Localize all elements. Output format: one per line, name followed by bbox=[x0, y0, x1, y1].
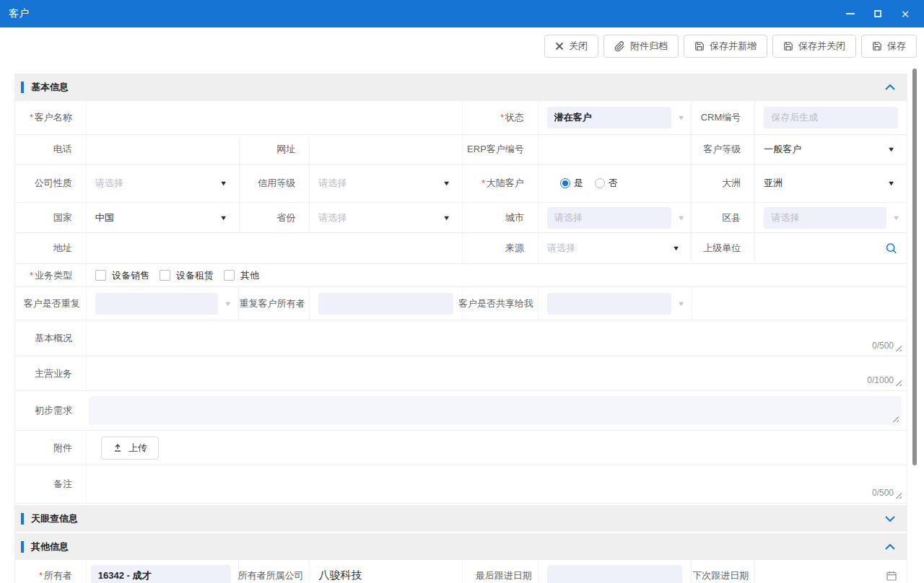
chevron-down-icon[interactable] bbox=[885, 516, 895, 522]
address-input[interactable] bbox=[95, 233, 462, 263]
form-row: 附件 上传 bbox=[15, 431, 907, 465]
country-label: 国家 bbox=[53, 211, 72, 224]
save-button[interactable]: 保存 bbox=[861, 35, 917, 58]
chevron-down-icon: ▼ bbox=[892, 214, 900, 222]
section-accent-bar bbox=[21, 82, 24, 93]
save-and-new-button[interactable]: 保存并新增 bbox=[684, 35, 767, 58]
parent-unit-label: 上级单位 bbox=[703, 242, 741, 255]
chevron-down-icon: ▼ bbox=[443, 214, 450, 222]
company-nature-label: 公司性质 bbox=[35, 177, 72, 190]
district-select[interactable]: 请选择 ▼ bbox=[764, 207, 899, 229]
next-follow-date-input[interactable] bbox=[764, 560, 881, 583]
overview-textarea[interactable]: 0/500 bbox=[86, 320, 907, 356]
section-header-tianyancha-info[interactable]: 天眼查信息 bbox=[15, 505, 907, 532]
save-and-close-button[interactable]: 保存并关闭 bbox=[772, 35, 856, 58]
resize-handle[interactable] bbox=[894, 344, 902, 351]
website-input[interactable] bbox=[318, 135, 462, 164]
section-header-other-info[interactable]: 其他信息 bbox=[15, 533, 907, 560]
form-row: 备注 0/500 bbox=[15, 465, 907, 504]
main-business-textarea[interactable]: 0/1000 bbox=[86, 356, 907, 390]
source-label: 来源 bbox=[505, 242, 524, 255]
titlebar: 客户 ✕ bbox=[0, 0, 924, 27]
duplicate-owner-label: 重复客户所有者 bbox=[239, 297, 305, 310]
chevron-down-icon: ▼ bbox=[219, 180, 227, 187]
form-row: 公司性质 请选择 ▼ 信用等级 请选择 ▼ 大陆客户 是 否 大洲 亚洲 ▼ bbox=[15, 165, 907, 203]
chevron-down-icon: ▼ bbox=[443, 180, 450, 187]
phone-input[interactable] bbox=[95, 135, 239, 164]
credit-level-label: 信用等级 bbox=[258, 177, 295, 190]
parent-unit-input[interactable] bbox=[764, 233, 881, 263]
form-row: 电话 网址 ERP客户编号 客户等级 一般客户 ▼ bbox=[15, 135, 907, 165]
main-business-label: 主营业务 bbox=[35, 367, 72, 380]
char-counter: 0/500 bbox=[872, 341, 894, 351]
paperclip-icon bbox=[614, 41, 625, 52]
customer-name-label: 客户名称 bbox=[30, 111, 72, 124]
phone-label: 电话 bbox=[53, 143, 72, 156]
credit-level-select[interactable]: 请选择 ▼ bbox=[318, 177, 462, 190]
calendar-icon[interactable] bbox=[886, 570, 897, 582]
attachment-archive-button[interactable]: 附件归档 bbox=[603, 35, 679, 58]
maximize-icon[interactable] bbox=[872, 8, 884, 19]
chevron-down-icon: ▼ bbox=[676, 114, 684, 121]
source-select[interactable]: 请选择 ▼ bbox=[547, 242, 692, 255]
duplicate-select: ▼ bbox=[95, 293, 232, 315]
remark-label: 备注 bbox=[53, 478, 72, 491]
status-select[interactable]: 潜在客户 ▼ bbox=[547, 107, 684, 128]
shared-to-me-select: ▼ bbox=[547, 293, 684, 315]
district-label: 区县 bbox=[722, 211, 741, 224]
initial-demand-label: 初步需求 bbox=[35, 404, 72, 417]
radio-yes[interactable]: 是 bbox=[560, 177, 583, 190]
chevron-up-icon[interactable] bbox=[885, 544, 895, 550]
continent-select[interactable]: 亚洲 ▼ bbox=[764, 177, 907, 190]
duplicate-owner-field bbox=[318, 293, 453, 315]
checkbox-equipment-rental[interactable]: 设备租赁 bbox=[160, 269, 214, 282]
city-select[interactable]: 请选择 ▼ bbox=[547, 207, 684, 229]
window-controls: ✕ bbox=[845, 8, 915, 19]
initial-demand-textarea[interactable] bbox=[89, 396, 902, 425]
empty-cell bbox=[692, 287, 907, 320]
section-header-basic-info[interactable]: 基本信息 bbox=[15, 74, 907, 101]
country-select[interactable]: 中国 ▼ bbox=[95, 211, 239, 224]
search-icon[interactable] bbox=[885, 242, 897, 255]
customer-level-label: 客户等级 bbox=[703, 143, 741, 156]
remark-textarea[interactable]: 0/500 bbox=[86, 465, 907, 503]
checkbox-other[interactable]: 其他 bbox=[224, 269, 259, 282]
section-title: 基本信息 bbox=[31, 81, 69, 94]
close-button[interactable]: 关闭 bbox=[544, 35, 598, 58]
customer-level-select[interactable]: 一般客户 ▼ bbox=[764, 143, 907, 156]
checkbox-equipment-sales[interactable]: 设备销售 bbox=[95, 269, 149, 282]
toolbar: 关闭 附件归档 保存并新增 保存并关闭 保存 bbox=[544, 35, 917, 58]
form-row: 客户名称 状态 潜在客户 ▼ CRM编号 保存后生成 bbox=[15, 101, 907, 135]
mainland-radio-group: 是 否 bbox=[560, 177, 618, 190]
status-label: 状态 bbox=[500, 111, 524, 124]
mainland-label: 大陆客户 bbox=[481, 177, 524, 190]
customer-form: 基本信息 客户名称 状态 潜在客户 ▼ CRM编号 保存后生成 电话 网址 ER… bbox=[14, 74, 907, 583]
resize-handle[interactable] bbox=[892, 415, 899, 422]
company-nature-select[interactable]: 请选择 ▼ bbox=[95, 177, 239, 190]
owner-field[interactable]: 16342 - 成才 bbox=[91, 565, 232, 583]
city-label: 城市 bbox=[505, 211, 524, 224]
form-row: 主营业务 0/1000 bbox=[15, 356, 907, 391]
close-window-icon[interactable]: ✕ bbox=[899, 8, 911, 19]
erp-no-input[interactable] bbox=[547, 135, 692, 164]
resize-handle[interactable] bbox=[894, 491, 902, 499]
customer-name-input[interactable] bbox=[95, 101, 462, 134]
chevron-down-icon: ▼ bbox=[219, 214, 227, 222]
attachment-label: 附件 bbox=[53, 442, 72, 455]
vertical-scrollbar[interactable] bbox=[912, 69, 917, 465]
erp-no-label: ERP客户编号 bbox=[467, 143, 524, 156]
minimize-icon[interactable] bbox=[845, 8, 856, 19]
upload-button[interactable]: 上传 bbox=[101, 437, 159, 460]
business-type-checkbox-group: 设备销售 设备租赁 其他 bbox=[95, 269, 259, 282]
radio-no[interactable]: 否 bbox=[595, 177, 618, 190]
owner-company-value: 八骏科技 bbox=[318, 569, 362, 582]
business-type-label: 业务类型 bbox=[30, 269, 72, 282]
crm-no-field: 保存后生成 bbox=[764, 107, 898, 128]
resize-handle[interactable] bbox=[894, 379, 902, 386]
section-accent-bar bbox=[21, 513, 24, 525]
chevron-down-icon: ▼ bbox=[224, 300, 232, 307]
province-select[interactable]: 请选择 ▼ bbox=[318, 211, 462, 224]
chevron-up-icon[interactable] bbox=[885, 84, 895, 90]
overview-label: 基本概况 bbox=[35, 332, 72, 345]
form-row: 所有者 16342 - 成才 所有者所属公司 八骏科技 最后跟进日期 下次跟进日… bbox=[15, 560, 907, 583]
